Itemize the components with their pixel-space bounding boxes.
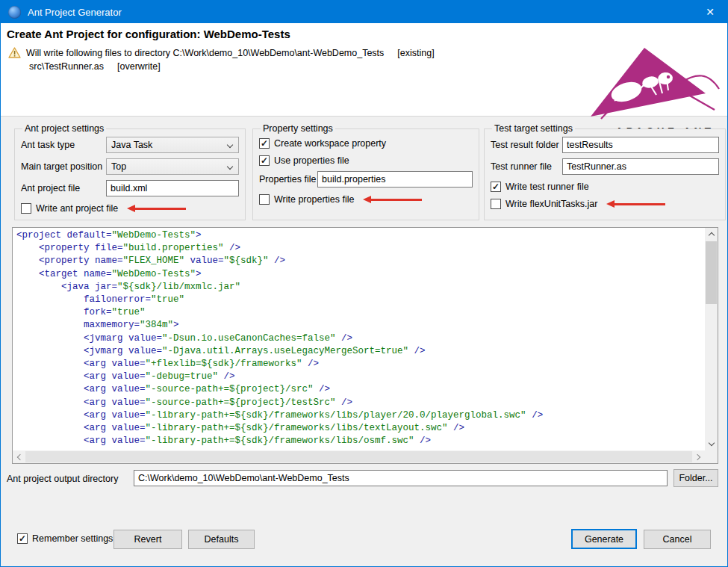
- page-title: Create Ant Project for configuration: We…: [7, 28, 290, 40]
- group-test-target-settings: Test target settings Test result folder …: [484, 123, 726, 220]
- vertical-scrollbar[interactable]: [705, 228, 718, 450]
- properties-file-label: Properties file: [259, 174, 317, 185]
- defaults-button[interactable]: Defaults: [188, 530, 255, 549]
- cancel-button[interactable]: Cancel: [644, 530, 711, 549]
- write-test-runner-file-checkbox[interactable]: ✓: [491, 182, 501, 192]
- chevron-right-icon: [694, 453, 700, 459]
- ant-task-type-select[interactable]: Java Task: [106, 137, 239, 153]
- use-properties-file-checkbox[interactable]: ✓: [259, 155, 270, 166]
- warning-line-2: src\TestRunner.as[overwrite]: [29, 61, 161, 72]
- chevron-up-icon: [708, 232, 714, 238]
- annotation-arrow-icon: [127, 205, 186, 212]
- folder-button[interactable]: Folder...: [673, 469, 718, 487]
- chevron-down-icon: [708, 440, 714, 446]
- test-result-folder-label: Test result folder: [491, 140, 562, 150]
- warning-text: Will write following files to directory …: [26, 48, 384, 58]
- app-icon: [8, 6, 21, 19]
- window-title: Ant Project Generator: [28, 7, 122, 18]
- build-xml-code: <project default="WebDemo-Tests"> <prope…: [16, 229, 703, 449]
- group-legend: Test target settings: [492, 123, 575, 134]
- scroll-down-button[interactable]: [705, 438, 718, 450]
- write-flexunittasks-checkbox[interactable]: [491, 199, 501, 209]
- write-properties-file-label: Write properties file: [274, 194, 354, 205]
- horizontal-scroll-thumb[interactable]: [25, 451, 692, 462]
- revert-button[interactable]: Revert: [113, 530, 182, 549]
- create-workspace-property-checkbox[interactable]: ✓: [259, 138, 270, 149]
- remember-settings-label: Remember settings: [32, 533, 113, 544]
- dialog-header: Create Ant Project for configuration: We…: [1, 23, 727, 117]
- ant-task-type-label: Ant task type: [21, 140, 106, 150]
- test-runner-file-label: Test runner file: [491, 161, 562, 172]
- ant-task-type-value: Java Task: [111, 140, 152, 150]
- main-target-position-value: Top: [111, 161, 126, 172]
- scroll-right-button[interactable]: [692, 450, 705, 463]
- main-target-position-select[interactable]: Top: [106, 158, 239, 175]
- close-button[interactable]: ✕: [693, 1, 727, 23]
- group-property-settings: Property settings ✓ Create workspace pro…: [252, 123, 479, 220]
- group-legend: Ant project settings: [22, 123, 106, 134]
- annotation-arrow-icon: [363, 196, 422, 203]
- test-runner-file-input[interactable]: [562, 158, 719, 175]
- chevron-down-icon: [227, 142, 233, 148]
- write-flexunittasks-label: Write flexUnitTasks.jar: [505, 199, 597, 209]
- create-workspace-property-label: Create workspace property: [274, 138, 386, 149]
- annotation-arrow-icon: [606, 200, 665, 208]
- generate-button[interactable]: Generate: [571, 529, 637, 549]
- output-directory-label: Ant project output directory: [7, 474, 118, 484]
- build-file-preview[interactable]: <project default="WebDemo-Tests"> <prope…: [12, 227, 718, 464]
- write-ant-project-file-label: Write ant project file: [36, 203, 118, 214]
- close-icon: ✕: [706, 6, 715, 18]
- horizontal-scrollbar[interactable]: [13, 450, 705, 463]
- ant-project-file-input[interactable]: [106, 180, 239, 196]
- ant-project-generator-dialog: Ant Project Generator ✕ Create Ant Proje…: [0, 0, 728, 567]
- scroll-up-button[interactable]: [705, 228, 718, 241]
- title-bar[interactable]: Ant Project Generator ✕: [1, 1, 727, 23]
- scroll-left-button[interactable]: [13, 450, 25, 463]
- output-directory-input[interactable]: [134, 470, 668, 486]
- write-test-runner-file-label: Write test runner file: [505, 182, 589, 192]
- write-ant-project-file-checkbox[interactable]: [21, 203, 31, 214]
- main-target-position-label: Main target position: [21, 161, 106, 172]
- vertical-scroll-thumb[interactable]: [706, 241, 717, 304]
- remember-settings-row: ✓ Remember settings: [17, 533, 113, 544]
- use-properties-file-label: Use properties file: [274, 155, 349, 166]
- warning-line-1: Will write following files to directory …: [26, 48, 435, 58]
- chevron-down-icon: [227, 164, 233, 170]
- scrollbar-corner: [705, 450, 718, 463]
- ant-logo-image: [585, 47, 724, 123]
- overwrite-badge: [overwrite]: [117, 61, 161, 72]
- ant-project-file-label: Ant project file: [21, 183, 106, 193]
- existing-badge: [existing]: [397, 48, 434, 58]
- chevron-left-icon: [17, 453, 23, 459]
- properties-file-input[interactable]: [317, 171, 473, 188]
- test-result-folder-input[interactable]: [562, 137, 719, 153]
- write-properties-file-checkbox[interactable]: [259, 194, 270, 205]
- warning-icon: [8, 47, 21, 61]
- overwrite-file: src\TestRunner.as: [29, 61, 104, 72]
- group-legend: Property settings: [261, 123, 335, 134]
- remember-settings-checkbox[interactable]: ✓: [17, 533, 28, 544]
- group-ant-project-settings: Ant project settings Ant task type Java …: [14, 123, 246, 220]
